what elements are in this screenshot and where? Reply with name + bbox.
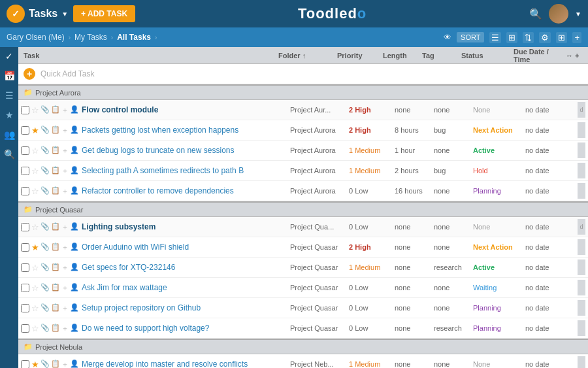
task-name-6[interactable]: Lighting subsystem	[82, 222, 290, 231]
sidebar-icon-search[interactable]: 🔍	[4, 149, 15, 159]
breadcrumb-view[interactable]: All Tasks	[117, 33, 151, 42]
task-checkbox-11[interactable]	[21, 324, 29, 333]
task-name-3[interactable]: Get debug logs to truncate on new sessio…	[82, 146, 290, 155]
col-header-folder[interactable]: Folder ↑	[278, 52, 337, 59]
task-checkbox-7[interactable]	[21, 243, 29, 252]
task-star-6[interactable]: ☆	[31, 222, 39, 232]
task-icon-note-3[interactable]: 📋	[51, 146, 60, 156]
task-icon-note-10[interactable]: 📋	[51, 303, 60, 313]
task-icon-clip-11[interactable]: 📎	[41, 324, 50, 333]
task-name-8[interactable]: Get specs for XTQ-232146	[82, 263, 290, 272]
task-name-1[interactable]: Flow control module	[82, 105, 290, 114]
task-icon-clip-6[interactable]: 📎	[41, 222, 50, 232]
task-checkbox-12[interactable]	[21, 360, 29, 369]
task-name-9[interactable]: Ask Jim for max wattage	[82, 283, 290, 292]
quick-add-button[interactable]: +	[24, 68, 35, 80]
task-star-2[interactable]: ★	[31, 125, 39, 135]
group-name-aurora[interactable]: Project Aurora	[35, 89, 81, 97]
task-icon-note-9[interactable]: 📋	[51, 283, 60, 293]
task-icon-add-7[interactable]: ＋	[61, 243, 69, 252]
task-icon-clip-12[interactable]: 📎	[41, 360, 50, 369]
settings-icon[interactable]: ⚙	[539, 32, 551, 43]
task-icon-add-10[interactable]: ＋	[61, 303, 69, 313]
task-icon-person-6[interactable]: 👤	[70, 222, 79, 232]
task-name-5[interactable]: Refactor controller to remove dependenci…	[82, 186, 290, 195]
task-star-12[interactable]: ★	[31, 360, 39, 369]
task-icon-add-11[interactable]: ＋	[61, 324, 69, 333]
add-col-icon[interactable]: +	[572, 32, 581, 43]
task-checkbox-2[interactable]	[21, 126, 29, 135]
task-name-11[interactable]: Do we need to support high voltage?	[82, 324, 290, 333]
group-name-nebula[interactable]: Project Nebula	[35, 343, 82, 351]
task-icon-add-3[interactable]: ＋	[61, 146, 69, 156]
sidebar-icon-calendar[interactable]: 📅	[4, 71, 15, 81]
task-icon-note-4[interactable]: 📋	[51, 166, 60, 176]
sidebar-icon-people[interactable]: 👥	[4, 129, 15, 140]
task-icon-add-1[interactable]: ＋	[61, 105, 69, 115]
task-icon-add-4[interactable]: ＋	[61, 166, 69, 176]
task-checkbox-1[interactable]	[21, 106, 29, 114]
task-star-4[interactable]: ☆	[31, 166, 39, 176]
task-icon-add-12[interactable]: ＋	[61, 360, 69, 369]
task-icon-clip-2[interactable]: 📎	[41, 125, 50, 135]
account-dropdown[interactable]: ▼	[575, 10, 581, 18]
task-icon-clip-4[interactable]: 📎	[41, 166, 50, 176]
tasks-dropdown[interactable]: ▼	[61, 10, 68, 18]
task-icon-person-10[interactable]: 👤	[70, 303, 79, 313]
task-icon-person-11[interactable]: 👤	[70, 324, 79, 333]
task-star-1[interactable]: ☆	[31, 105, 39, 115]
task-checkbox-6[interactable]	[21, 223, 29, 231]
task-icon-add-6[interactable]: ＋	[61, 222, 69, 232]
sidebar-icon-star[interactable]: ★	[5, 110, 14, 120]
task-checkbox-3[interactable]	[21, 146, 29, 155]
task-checkbox-5[interactable]	[21, 187, 29, 195]
task-icon-clip-10[interactable]: 📎	[41, 303, 50, 313]
task-icon-clip-3[interactable]: 📎	[41, 146, 50, 156]
view-grid-icon[interactable]: ⊞	[506, 32, 517, 43]
task-star-5[interactable]: ☆	[31, 186, 39, 196]
task-checkbox-8[interactable]	[21, 263, 29, 272]
task-icon-note-12[interactable]: 📋	[51, 360, 60, 369]
task-star-3[interactable]: ☆	[31, 146, 39, 156]
view-list-icon[interactable]: ☰	[489, 32, 501, 43]
task-icon-note-8[interactable]: 📋	[51, 263, 60, 273]
sort-button[interactable]: SORT	[457, 32, 484, 42]
task-icon-person-5[interactable]: 👤	[70, 186, 79, 196]
task-icon-note-1[interactable]: 📋	[51, 105, 60, 115]
task-icon-person-12[interactable]: 👤	[70, 360, 79, 369]
sort-arrows-icon[interactable]: ⇅	[523, 32, 534, 43]
task-icon-person-1[interactable]: 👤	[70, 105, 79, 115]
task-name-10[interactable]: Setup project repository on Github	[82, 303, 290, 312]
task-icon-add-5[interactable]: ＋	[61, 186, 69, 196]
task-icon-clip-8[interactable]: 📎	[41, 263, 50, 273]
task-icon-clip-7[interactable]: 📎	[41, 243, 50, 252]
task-checkbox-9[interactable]	[21, 284, 29, 292]
task-name-7[interactable]: Order Auduino with WiFi shield	[82, 243, 290, 252]
task-name-12[interactable]: Merge develop into master and resolve co…	[82, 360, 290, 368]
expand-icon[interactable]: ⊞	[556, 32, 567, 43]
task-icon-person-8[interactable]: 👤	[70, 263, 79, 273]
task-name-4[interactable]: Selecting path A sometimes redirects to …	[82, 166, 290, 175]
task-icon-add-8[interactable]: ＋	[61, 263, 69, 273]
task-icon-note-6[interactable]: 📋	[51, 222, 60, 232]
sidebar-icon-check[interactable]: ✓	[5, 51, 13, 61]
search-icon[interactable]: 🔍	[529, 8, 542, 20]
breadcrumb-user[interactable]: Gary Olsen (Me)	[7, 33, 65, 42]
task-star-7[interactable]: ★	[31, 243, 39, 252]
task-icon-note-11[interactable]: 📋	[51, 324, 60, 333]
task-icon-add-2[interactable]: ＋	[61, 125, 69, 135]
task-checkbox-10[interactable]	[21, 304, 29, 312]
avatar[interactable]	[549, 4, 568, 24]
add-task-button[interactable]: + ADD TASK	[73, 5, 135, 22]
task-star-10[interactable]: ☆	[31, 303, 39, 313]
task-icon-person-9[interactable]: 👤	[70, 283, 79, 293]
task-icon-add-9[interactable]: ＋	[61, 283, 69, 293]
breadcrumb-section[interactable]: My Tasks	[74, 33, 107, 42]
group-name-quasar[interactable]: Project Quasar	[35, 206, 83, 214]
sidebar-icon-list[interactable]: ☰	[5, 90, 14, 101]
eye-icon[interactable]: 👁	[444, 33, 451, 42]
task-icon-person-2[interactable]: 👤	[70, 125, 79, 135]
quick-add-label[interactable]: Quick Add Task	[41, 69, 95, 78]
task-icon-clip-5[interactable]: 📎	[41, 186, 50, 196]
task-star-11[interactable]: ☆	[31, 324, 39, 333]
